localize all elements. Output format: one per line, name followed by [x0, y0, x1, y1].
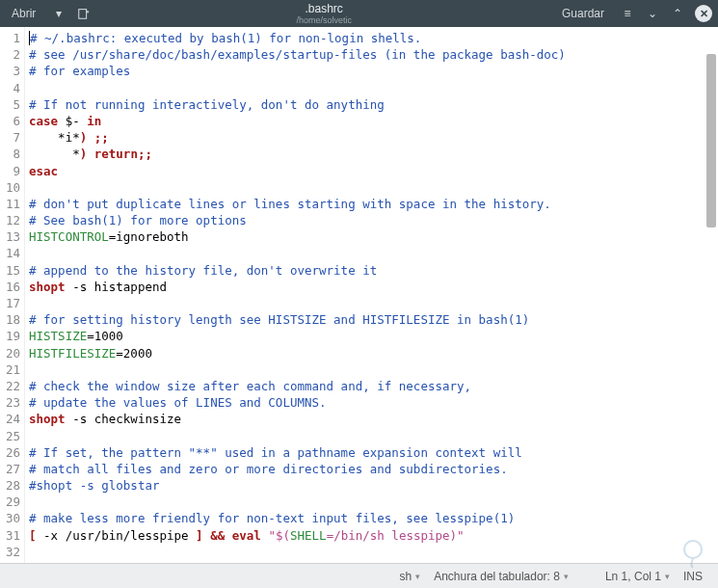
code-line[interactable]	[29, 429, 718, 445]
code-line[interactable]: [ -x /usr/bin/lesspipe ] && eval "$(SHEL…	[29, 528, 718, 545]
line-number: 13	[0, 229, 24, 246]
titlebar: Abrir ▾ .bashrc /home/solvetic Guardar ≡…	[0, 0, 718, 27]
svg-point-1	[684, 541, 702, 558]
line-number: 19	[0, 329, 24, 345]
code-line[interactable]	[29, 362, 718, 379]
watermark-icon	[676, 536, 710, 571]
title-block: .bashrc /home/solvetic	[92, 2, 556, 25]
line-number: 30	[0, 511, 24, 527]
code-line[interactable]	[29, 246, 718, 262]
code-line[interactable]: # for setting history length see HISTSIZ…	[29, 312, 718, 329]
code-line[interactable]	[29, 494, 718, 511]
statusbar: sh Anchura del tabulador: 8 Ln 1, Col 1 …	[0, 563, 718, 588]
insert-mode-indicator[interactable]: INS	[679, 570, 706, 583]
code-line[interactable]: # see /usr/share/doc/bash/examples/start…	[29, 47, 718, 64]
line-number: 9	[0, 164, 24, 180]
line-number: 3	[0, 64, 24, 80]
code-line[interactable]: # If set, the pattern "**" used in a pat…	[29, 445, 718, 462]
code-line[interactable]: HISTSIZE=1000	[29, 329, 718, 345]
line-number: 4	[0, 81, 24, 97]
chevron-down-icon[interactable]: ▾	[51, 6, 66, 21]
code-line[interactable]: # make less more friendly for non-text i…	[29, 511, 718, 527]
line-number: 11	[0, 197, 24, 213]
filename-label: .bashrc	[92, 2, 556, 15]
code-line[interactable]: # ~/.bashrc: executed by bash(1) for non…	[29, 31, 718, 47]
open-button[interactable]: Abrir	[6, 5, 41, 22]
code-line[interactable]: HISTCONTROL=ignoreboth	[29, 229, 718, 246]
code-line[interactable]: # match all files and zero or more direc…	[29, 462, 718, 478]
line-number: 1	[0, 31, 24, 47]
close-icon: ✕	[700, 8, 708, 20]
line-number: 27	[0, 462, 24, 478]
code-line[interactable]: case $- in	[29, 114, 718, 130]
code-line[interactable]: # append to the history file, don't over…	[29, 263, 718, 280]
code-line[interactable]	[29, 296, 718, 312]
code-line[interactable]	[29, 81, 718, 97]
line-number: 18	[0, 312, 24, 329]
line-number: 17	[0, 296, 24, 312]
code-line[interactable]: #shopt -s globstar	[29, 478, 718, 494]
code-line[interactable]: # See bash(1) for more options	[29, 213, 718, 229]
line-number: 16	[0, 280, 24, 296]
code-line[interactable]: esac	[29, 164, 718, 180]
tab-width-selector[interactable]: Anchura del tabulador: 8	[430, 570, 572, 583]
save-button[interactable]: Guardar	[556, 5, 610, 22]
line-number-gutter: 1234567891011121314151617181920212223242…	[0, 27, 25, 563]
code-line[interactable]: # check the window size after each comma…	[29, 379, 718, 395]
code-line[interactable]	[29, 545, 718, 561]
line-number: 8	[0, 147, 24, 163]
line-number: 6	[0, 114, 24, 130]
line-number: 10	[0, 180, 24, 197]
code-line[interactable]: shopt -s histappend	[29, 280, 718, 296]
code-line[interactable]: # for examples	[29, 64, 718, 80]
line-number: 15	[0, 263, 24, 280]
line-number: 23	[0, 395, 24, 412]
line-number: 2	[0, 47, 24, 64]
code-line[interactable]: HISTFILESIZE=2000	[29, 346, 718, 362]
chevron-up-window-icon[interactable]: ⌃	[670, 6, 685, 21]
close-window-button[interactable]: ✕	[695, 5, 712, 22]
new-tab-icon[interactable]	[76, 6, 92, 21]
vertical-scrollbar[interactable]	[706, 54, 716, 227]
code-line[interactable]: # don't put duplicate lines or lines sta…	[29, 197, 718, 213]
svg-rect-0	[79, 10, 87, 19]
code-content[interactable]: # ~/.bashrc: executed by bash(1) for non…	[25, 27, 718, 563]
code-line[interactable]: *i*) ;;	[29, 130, 718, 147]
line-number: 32	[0, 545, 24, 561]
filepath-label: /home/solvetic	[92, 15, 556, 25]
chevron-down-window-icon[interactable]: ⌄	[645, 6, 660, 21]
line-number: 24	[0, 412, 24, 428]
line-number: 25	[0, 429, 24, 445]
line-number: 31	[0, 528, 24, 545]
code-line[interactable]: # If not running interactively, don't do…	[29, 97, 718, 114]
line-number: 14	[0, 246, 24, 262]
line-number: 22	[0, 379, 24, 395]
hamburger-menu-icon[interactable]: ≡	[620, 6, 635, 21]
code-line[interactable]	[29, 180, 718, 197]
code-line[interactable]: *) return;;	[29, 147, 718, 163]
line-number: 26	[0, 445, 24, 462]
line-number: 20	[0, 346, 24, 362]
line-number: 29	[0, 494, 24, 511]
language-selector[interactable]: sh	[395, 570, 424, 583]
code-line[interactable]: shopt -s checkwinsize	[29, 412, 718, 428]
cursor-position[interactable]: Ln 1, Col 1	[601, 570, 674, 583]
line-number: 28	[0, 478, 24, 494]
code-line[interactable]: # update the values of LINES and COLUMNS…	[29, 395, 718, 412]
line-number: 7	[0, 130, 24, 147]
editor-area[interactable]: 1234567891011121314151617181920212223242…	[0, 27, 718, 563]
line-number: 21	[0, 362, 24, 379]
line-number: 5	[0, 97, 24, 114]
line-number: 12	[0, 213, 24, 229]
